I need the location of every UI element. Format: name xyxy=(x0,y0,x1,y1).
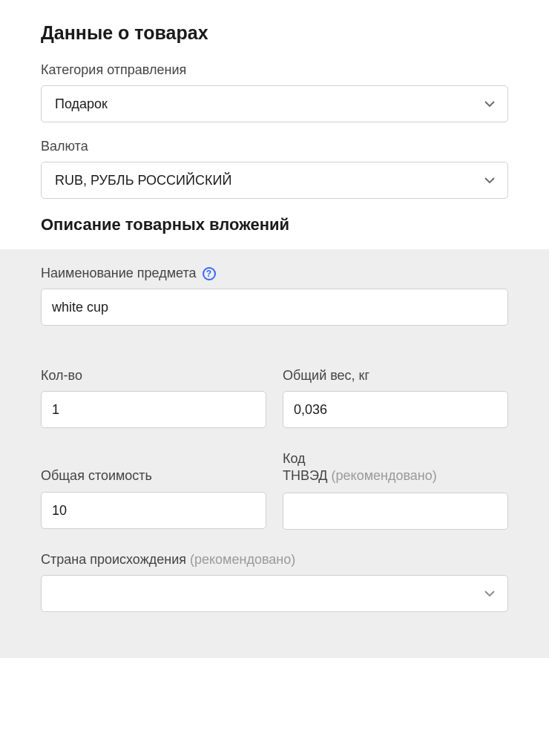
goods-heading: Данные о товарах xyxy=(41,22,508,44)
currency-value: RUB, РУБЛЬ РОССИЙСКИЙ xyxy=(55,173,231,188)
total-weight-group: Общий вес, кг xyxy=(283,349,508,428)
tnved-label-line2: ТНВЭД xyxy=(283,468,328,483)
total-cost-input[interactable] xyxy=(41,492,266,529)
category-group: Категория отправления Подарок xyxy=(41,62,508,122)
quantity-input[interactable] xyxy=(41,391,266,428)
currency-label: Валюта xyxy=(41,139,508,154)
quantity-label: Кол-во xyxy=(41,368,82,384)
tnved-hint: (рекомендовано) xyxy=(332,468,437,483)
total-cost-group: Общая стоимость xyxy=(41,450,266,530)
category-value: Подарок xyxy=(55,96,108,112)
items-subheading: Описание товарных вложений xyxy=(41,215,508,234)
item-name-input[interactable] xyxy=(41,289,508,326)
item-details-section: Наименование предмета ? Кол-во Общий вес… xyxy=(0,249,549,658)
total-weight-input[interactable] xyxy=(283,391,508,428)
origin-country-label: Страна происхождения xyxy=(41,552,186,567)
tnved-label-line1: Код xyxy=(283,450,508,467)
currency-group: Валюта RUB, РУБЛЬ РОССИЙСКИЙ xyxy=(41,139,508,199)
tnved-group: Код ТНВЭД (рекомендовано) xyxy=(283,450,508,530)
category-label: Категория отправления xyxy=(41,62,508,78)
currency-select[interactable]: RUB, РУБЛЬ РОССИЙСКИЙ xyxy=(41,162,508,199)
origin-country-select[interactable] xyxy=(41,575,508,612)
item-name-label: Наименование предмета xyxy=(41,266,197,281)
category-select[interactable]: Подарок xyxy=(41,85,508,122)
origin-country-group: Страна происхождения (рекомендовано) xyxy=(41,552,508,612)
quantity-group: Кол-во xyxy=(41,349,266,428)
total-cost-label: Общая стоимость xyxy=(41,467,266,484)
goods-data-section: Данные о товарах Категория отправления П… xyxy=(0,0,549,249)
origin-country-hint: (рекомендовано) xyxy=(190,552,295,567)
item-name-group: Наименование предмета ? xyxy=(41,266,508,326)
total-weight-label: Общий вес, кг xyxy=(283,368,369,384)
tnved-input[interactable] xyxy=(283,493,508,530)
help-icon[interactable]: ? xyxy=(203,267,216,280)
